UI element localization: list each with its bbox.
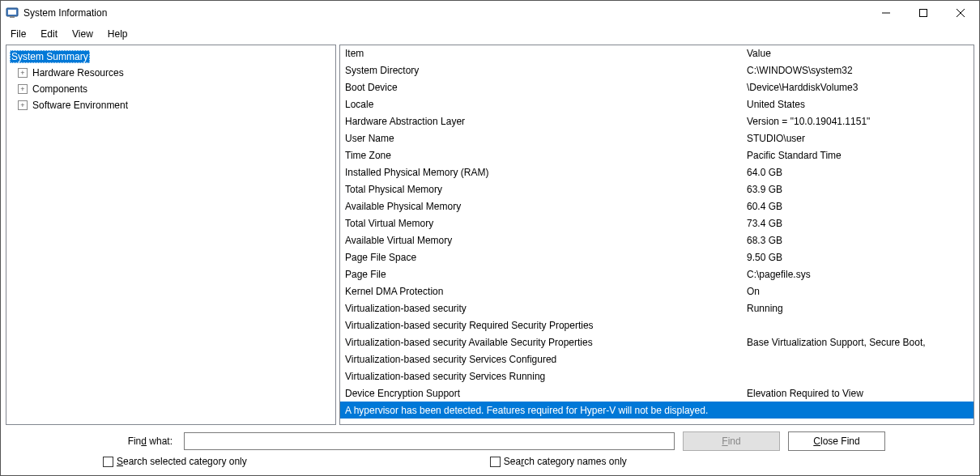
find-input[interactable]: [184, 432, 675, 450]
list-row[interactable]: Virtualization-based security Services C…: [340, 351, 974, 368]
expand-icon[interactable]: +: [18, 100, 28, 110]
list-row[interactable]: Virtualization-based security Services R…: [340, 368, 974, 385]
checkbox-label: Search category names only: [504, 456, 627, 467]
column-header-value[interactable]: Value: [742, 45, 974, 62]
list-row[interactable]: Time ZonePacific Standard Time: [340, 147, 974, 164]
svg-rect-4: [920, 10, 927, 17]
row-text: A hypervisor has been detected. Features…: [340, 405, 974, 416]
titlebar: System Information: [1, 1, 979, 25]
list-row[interactable]: A hypervisor has been detected. Features…: [340, 402, 974, 419]
minimize-button[interactable]: [867, 1, 905, 25]
list-row[interactable]: User NameSTUDIO\user: [340, 130, 974, 147]
cell-item: Boot Device: [340, 82, 742, 93]
list-row[interactable]: Kernel DMA ProtectionOn: [340, 283, 974, 300]
maximize-button[interactable]: [905, 1, 942, 25]
tree-label: Software Environment: [31, 99, 130, 112]
cell-item: Page File: [340, 269, 742, 280]
list-row[interactable]: Virtualization-based securityRunning: [340, 300, 974, 317]
find-what-label: Find what:: [95, 436, 176, 447]
cell-item: Locale: [340, 99, 742, 110]
cell-item: System Directory: [340, 65, 742, 76]
cell-item: Virtualization-based security: [340, 303, 742, 314]
client-area: System Summary + Hardware Resources + Co…: [1, 45, 979, 475]
menu-view[interactable]: View: [66, 27, 100, 41]
cell-item: Available Physical Memory: [340, 201, 742, 212]
splitter-row: System Summary + Hardware Resources + Co…: [6, 45, 974, 425]
window-title: System Information: [23, 7, 867, 19]
tree-item-components[interactable]: + Components: [8, 81, 334, 97]
list-row[interactable]: Device Encryption SupportElevation Requi…: [340, 385, 974, 402]
cell-item: User Name: [340, 133, 742, 144]
find-button[interactable]: Find: [683, 431, 780, 451]
list-row[interactable]: System DirectoryC:\WINDOWS\system32: [340, 62, 974, 79]
tree-label: Components: [31, 83, 89, 96]
svg-rect-1: [8, 10, 16, 15]
cell-item: Installed Physical Memory (RAM): [340, 167, 742, 178]
close-button[interactable]: [942, 1, 979, 25]
cell-value: United States: [742, 99, 974, 110]
list-row[interactable]: Virtualization-based security Available …: [340, 334, 974, 351]
search-selected-category-only-checkbox[interactable]: Search selected category only: [103, 456, 247, 467]
list-row[interactable]: Installed Physical Memory (RAM)64.0 GB: [340, 164, 974, 181]
cell-item: Hardware Abstraction Layer: [340, 116, 742, 127]
cell-item: Total Physical Memory: [340, 184, 742, 195]
system-information-window: System Information File Edit View Help S…: [0, 0, 980, 476]
cell-value: Pacific Standard Time: [742, 150, 974, 161]
app-icon: [6, 6, 19, 19]
details-list: Item Value System DirectoryC:\WINDOWS\sy…: [339, 45, 974, 425]
category-tree[interactable]: System Summary + Hardware Resources + Co…: [6, 45, 336, 425]
menubar: File Edit View Help: [1, 25, 979, 45]
close-find-button[interactable]: Close Find: [788, 431, 885, 451]
tree-label: System Summary: [10, 50, 90, 63]
tree-label: Hardware Resources: [31, 66, 126, 79]
list-row[interactable]: Page File Space9.50 GB: [340, 249, 974, 266]
cell-value: C:\pagefile.sys: [742, 269, 974, 280]
menu-help[interactable]: Help: [101, 27, 134, 41]
cell-value: \Device\HarddiskVolume3: [742, 82, 974, 93]
cell-value: Version = "10.0.19041.1151": [742, 116, 974, 127]
tree-item-hardware-resources[interactable]: + Hardware Resources: [8, 65, 334, 81]
search-category-names-only-checkbox[interactable]: Search category names only: [490, 456, 627, 467]
cell-item: Virtualization-based security Services C…: [340, 354, 742, 365]
tree-item-system-summary[interactable]: System Summary: [8, 49, 334, 65]
list-row[interactable]: LocaleUnited States: [340, 96, 974, 113]
tree-item-software-environment[interactable]: + Software Environment: [8, 97, 334, 113]
cell-item: Total Virtual Memory: [340, 218, 742, 229]
expand-icon[interactable]: +: [18, 84, 28, 94]
cell-value: 9.50 GB: [742, 252, 974, 263]
list-row[interactable]: Page FileC:\pagefile.sys: [340, 266, 974, 283]
find-bar: Find what: Find Close Find Search select…: [6, 425, 974, 470]
list-row[interactable]: Total Virtual Memory73.4 GB: [340, 215, 974, 232]
list-row[interactable]: Available Physical Memory60.4 GB: [340, 198, 974, 215]
expand-icon[interactable]: +: [18, 68, 28, 78]
list-row[interactable]: Hardware Abstraction LayerVersion = "10.…: [340, 113, 974, 130]
list-row[interactable]: Total Physical Memory63.9 GB: [340, 181, 974, 198]
menu-file[interactable]: File: [4, 27, 32, 41]
cell-item: Virtualization-based security Available …: [340, 337, 742, 348]
cell-item: Kernel DMA Protection: [340, 286, 742, 297]
cell-item: Page File Space: [340, 252, 742, 263]
list-row[interactable]: Available Virtual Memory68.3 GB: [340, 232, 974, 249]
cell-value: Elevation Required to View: [742, 388, 974, 399]
cell-value: 60.4 GB: [742, 201, 974, 212]
cell-value: On: [742, 286, 974, 297]
cell-value: 64.0 GB: [742, 167, 974, 178]
cell-item: Time Zone: [340, 150, 742, 161]
cell-value: STUDIO\user: [742, 133, 974, 144]
list-row[interactable]: Boot Device\Device\HarddiskVolume3: [340, 79, 974, 96]
cell-value: 73.4 GB: [742, 218, 974, 229]
cell-value: 63.9 GB: [742, 184, 974, 195]
cell-value: 68.3 GB: [742, 235, 974, 246]
cell-item: Available Virtual Memory: [340, 235, 742, 246]
checkbox-label: Search selected category only: [117, 456, 247, 467]
list-body[interactable]: System DirectoryC:\WINDOWS\system32Boot …: [340, 62, 974, 424]
cell-value: C:\WINDOWS\system32: [742, 65, 974, 76]
find-row: Find what: Find Close Find: [95, 431, 885, 451]
find-options-row: Search selected category only Search cat…: [95, 456, 885, 467]
svg-rect-2: [10, 16, 15, 18]
list-row[interactable]: Virtualization-based security Required S…: [340, 317, 974, 334]
menu-edit[interactable]: Edit: [34, 27, 64, 41]
window-controls: [867, 1, 979, 25]
checkbox-icon: [103, 457, 113, 467]
column-header-item[interactable]: Item: [340, 45, 742, 62]
